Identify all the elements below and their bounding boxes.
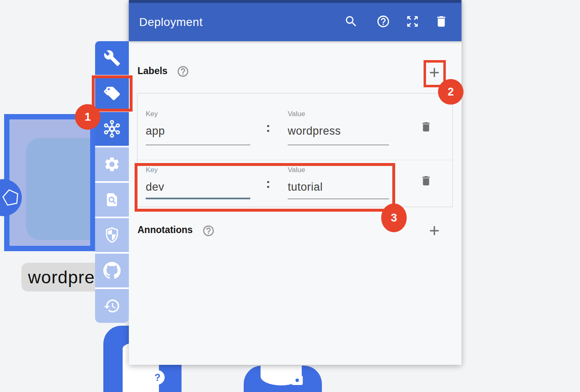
shield-icon (103, 226, 121, 244)
deployment-node[interactable] (4, 114, 96, 251)
trash-icon[interactable] (434, 14, 448, 28)
database-node-locked[interactable] (244, 366, 322, 392)
help-icon[interactable] (376, 14, 390, 28)
deployment-node-inner (26, 138, 96, 240)
labels-section-title: Labels (137, 65, 168, 77)
annotation-badge-1: 1 (75, 104, 100, 130)
search-icon[interactable] (344, 14, 358, 28)
annotation-box-step1 (92, 75, 133, 112)
label-row-app: Key app : Value wordpress (137, 93, 452, 160)
annotation-badge-2: 2 (438, 79, 464, 105)
labels-help-icon[interactable] (177, 65, 189, 78)
window-title: Deployment (139, 3, 203, 41)
app-canvas: wordpress ? (0, 0, 580, 392)
pentagon-icon (1, 188, 20, 207)
value-input[interactable]: wordpress (288, 125, 341, 138)
key-field-label: Key (146, 110, 158, 118)
key-input[interactable]: app (146, 125, 165, 138)
annotation-badge-3: 3 (381, 203, 407, 232)
kv-separator: : (266, 120, 270, 135)
document-search-icon (103, 191, 121, 208)
annotation-box-step3 (135, 163, 395, 212)
gear-icon (103, 156, 121, 173)
delete-label-icon[interactable] (420, 174, 432, 188)
toolbar-item-security[interactable] (95, 218, 129, 252)
github-icon (103, 261, 121, 280)
value-field-label: Value (288, 110, 305, 118)
delete-label-icon[interactable] (420, 120, 432, 134)
wrench-icon (103, 49, 121, 67)
toolbar-item-settings[interactable] (95, 147, 129, 181)
titlebar-top-strip (129, 0, 461, 3)
hub-icon (103, 120, 121, 138)
expand-icon[interactable] (405, 14, 419, 28)
toolbar-item-build[interactable] (95, 41, 129, 75)
toolbar-item-doc-search[interactable] (95, 183, 129, 217)
toolbar-item-github[interactable] (95, 254, 129, 287)
unknown-badge: ? (150, 370, 165, 385)
annotations-section-title: Annotations (137, 224, 193, 236)
history-icon (103, 297, 121, 315)
value-input-underline (288, 145, 389, 145)
window-titlebar: Deployment (129, 0, 461, 41)
add-annotation-button[interactable]: + (426, 223, 443, 239)
lock-icon (287, 367, 307, 387)
annotations-help-icon[interactable] (202, 224, 215, 237)
toolbar-item-history[interactable] (95, 289, 129, 323)
key-input-underline (146, 145, 250, 145)
